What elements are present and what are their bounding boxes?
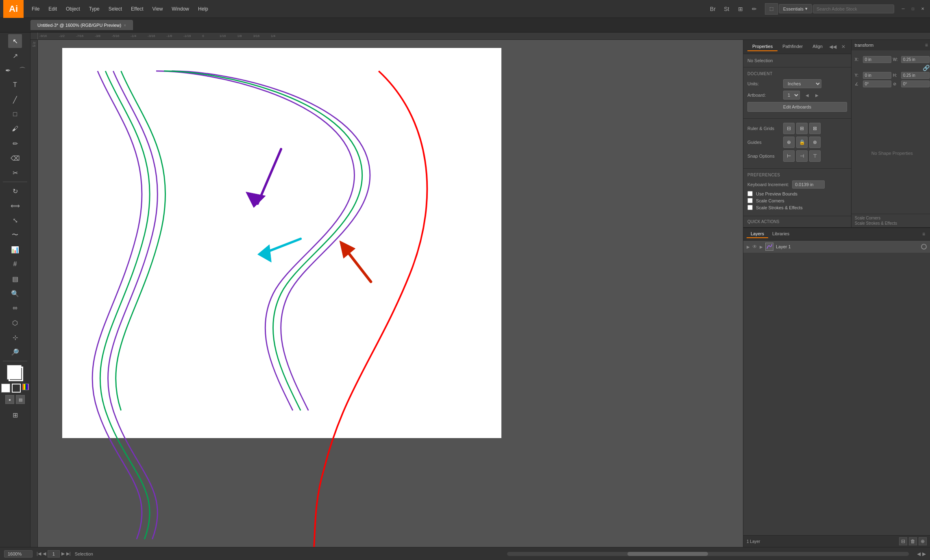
guide-clear-btn[interactable]: ⊗ <box>809 137 821 148</box>
artboard-prev-btn[interactable]: ◀ <box>803 91 811 99</box>
menu-effect[interactable]: Effect <box>127 4 147 13</box>
nav-prev-btn[interactable]: ◀ <box>43 551 46 556</box>
selection-tool[interactable]: ↖ <box>8 34 22 48</box>
zoom-tool[interactable]: 🔎 <box>8 345 22 359</box>
artboard-num-input[interactable] <box>48 550 60 558</box>
stroke-color-btn[interactable] <box>12 384 21 393</box>
close-properties-btn[interactable]: ✕ <box>840 43 847 50</box>
artboard-next-btn[interactable]: ▶ <box>813 91 821 99</box>
y-input[interactable] <box>863 72 891 79</box>
tab-properties[interactable]: Properties <box>747 42 778 51</box>
scale-strokes-label[interactable]: Scale Strokes & Effects <box>756 205 803 210</box>
stock-search-input[interactable] <box>813 4 894 13</box>
close-btn[interactable]: ✕ <box>919 5 927 13</box>
artboard-nav-tool[interactable]: ⊞ <box>8 408 22 422</box>
document-tab[interactable]: Untitled-3* @ 1600% (RGB/GPU Preview) × <box>30 20 133 30</box>
transparent-grid-btn[interactable]: ⊠ <box>809 123 821 134</box>
menu-edit[interactable]: Edit <box>44 4 61 13</box>
layer-expand-icon[interactable]: ▶ <box>747 245 750 249</box>
none-color-btn[interactable] <box>22 384 29 390</box>
scale-tool[interactable]: ⤡ <box>8 213 22 227</box>
menu-select[interactable]: Select <box>105 4 126 13</box>
fill-stroke-area[interactable] <box>7 365 23 381</box>
text-tool[interactable]: T <box>8 78 22 92</box>
layer-lock-icon[interactable]: ▶ <box>760 245 763 249</box>
menu-help[interactable]: Help <box>194 4 212 13</box>
pencil-tool[interactable]: ✏ <box>8 137 22 150</box>
ruler-lines-btn[interactable]: ⊟ <box>783 123 795 134</box>
snap-grid-btn[interactable]: ⊣ <box>796 150 808 162</box>
new-layer-icon[interactable]: ⊕ <box>919 537 927 545</box>
curvature-tool[interactable]: ⌒ <box>15 63 29 77</box>
nav-next-btn[interactable]: ▶ <box>61 551 65 556</box>
canvas-area[interactable] <box>38 40 743 547</box>
scale-corners-label[interactable]: Scale Corners <box>756 198 784 203</box>
menu-file[interactable]: File <box>28 4 44 13</box>
pen-btn[interactable]: ✏ <box>749 3 760 15</box>
gradient-tool[interactable]: ▤ <box>8 272 22 286</box>
gradient-mode-btn[interactable]: ▤ <box>16 395 25 404</box>
use-preview-bounds-checkbox[interactable] <box>747 191 753 196</box>
eyedropper-tool[interactable]: 🔍 <box>8 287 22 300</box>
minimize-btn[interactable]: ─ <box>899 5 907 13</box>
slice-tool[interactable]: ⊹ <box>8 330 22 344</box>
edit-artboards-btn[interactable]: Edit Artboards <box>747 102 847 112</box>
bridge-btn[interactable]: Br <box>707 3 719 15</box>
delete-layer-icon[interactable]: 🗑 <box>909 537 917 545</box>
h-scrollbar[interactable] <box>507 552 909 556</box>
layer-name[interactable]: Layer 1 <box>776 244 919 249</box>
zoom-input[interactable] <box>4 550 33 558</box>
guide-lock-btn[interactable]: 🔒 <box>796 137 808 148</box>
warp-tool[interactable]: 〜 <box>8 228 22 242</box>
scissors-tool[interactable]: ✂ <box>8 166 22 180</box>
tab-close-btn[interactable]: × <box>124 23 126 28</box>
snap-pixel-btn[interactable]: ⊤ <box>809 150 821 162</box>
live-paint-tool[interactable]: ⬡ <box>8 316 22 330</box>
new-artboard-icon[interactable]: ⊟ <box>899 537 907 545</box>
collapse-properties-btn[interactable]: ◀◀ <box>828 43 838 50</box>
nav-first-btn[interactable]: |◀ <box>37 551 41 556</box>
h-input[interactable] <box>901 72 930 79</box>
guide-add-btn[interactable]: ⊕ <box>783 137 795 148</box>
units-select[interactable]: Inches Pixels Millimeters Centimeters Po… <box>783 79 821 88</box>
menu-object[interactable]: Object <box>62 4 84 13</box>
eraser-tool[interactable]: ⌫ <box>8 151 22 165</box>
grid-btn[interactable]: ⊞ <box>796 123 808 134</box>
link-dimensions-icon[interactable]: 🔗 <box>923 65 930 71</box>
reflect-tool[interactable]: ⟺ <box>8 199 22 213</box>
graph-tool[interactable]: 📊 <box>8 243 22 256</box>
layer-visibility-icon[interactable]: 👁 <box>752 244 757 250</box>
use-preview-bounds-label[interactable]: Use Preview Bounds <box>756 191 797 196</box>
stroke-swatch[interactable] <box>9 367 23 381</box>
scale-strokes-checkbox[interactable] <box>747 205 753 210</box>
x-input[interactable] <box>863 56 891 63</box>
angle-input[interactable] <box>863 80 891 87</box>
mesh-tool[interactable]: # <box>8 257 22 271</box>
scroll-right-btn[interactable]: ▶ <box>922 551 926 557</box>
pen-tool[interactable]: ✒ <box>1 63 15 77</box>
shear-input[interactable] <box>901 80 930 87</box>
stock-btn[interactable]: St <box>721 3 732 15</box>
menu-window[interactable]: Window <box>168 4 193 13</box>
fill-color-btn[interactable] <box>1 384 10 393</box>
transform-collapse-btn[interactable]: ≡ <box>923 41 930 49</box>
color-mode-btn[interactable]: ● <box>5 395 14 404</box>
line-tool[interactable]: ╱ <box>8 93 22 106</box>
keyboard-increment-input[interactable] <box>792 180 825 189</box>
rectangle-tool[interactable]: □ <box>8 107 22 121</box>
menu-view[interactable]: View <box>148 4 167 13</box>
scale-corners-checkbox[interactable] <box>747 198 753 203</box>
artboard-select[interactable]: 1 <box>783 91 800 100</box>
menu-type[interactable]: Type <box>85 4 104 13</box>
arrange-btn[interactable]: ⊞ <box>735 3 746 15</box>
snap-point-btn[interactable]: ⊢ <box>783 150 795 162</box>
essentials-dropdown[interactable]: Essentials ▾ <box>779 4 812 13</box>
paintbrush-tool[interactable]: 🖌 <box>8 122 22 136</box>
scroll-left-btn[interactable]: ◀ <box>917 551 921 557</box>
maximize-btn[interactable]: □ <box>909 5 917 13</box>
blend-tool[interactable]: ∞ <box>8 301 22 315</box>
layers-collapse-btn[interactable]: ≡ <box>921 230 927 238</box>
layer-target-icon[interactable] <box>921 244 927 250</box>
tab-pathfinder[interactable]: Pathfinder <box>778 42 808 51</box>
direct-selection-tool[interactable]: ↗ <box>8 49 22 63</box>
